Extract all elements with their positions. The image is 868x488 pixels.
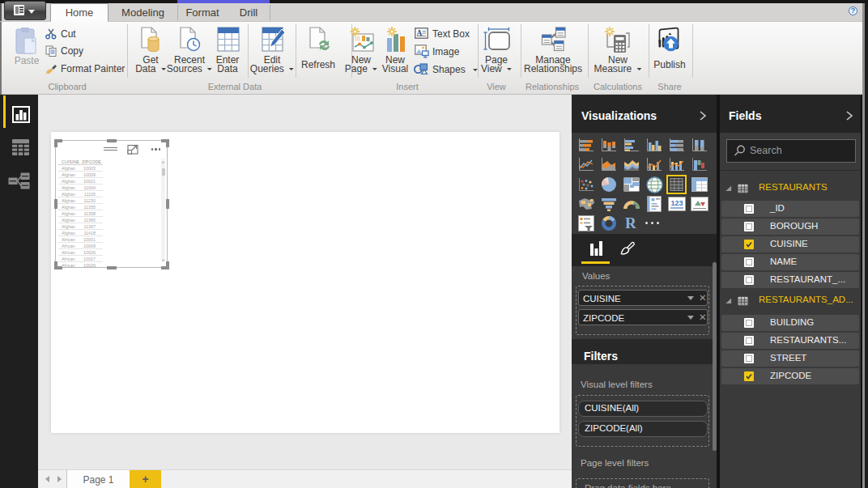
svg-text:123: 123: [670, 199, 683, 207]
